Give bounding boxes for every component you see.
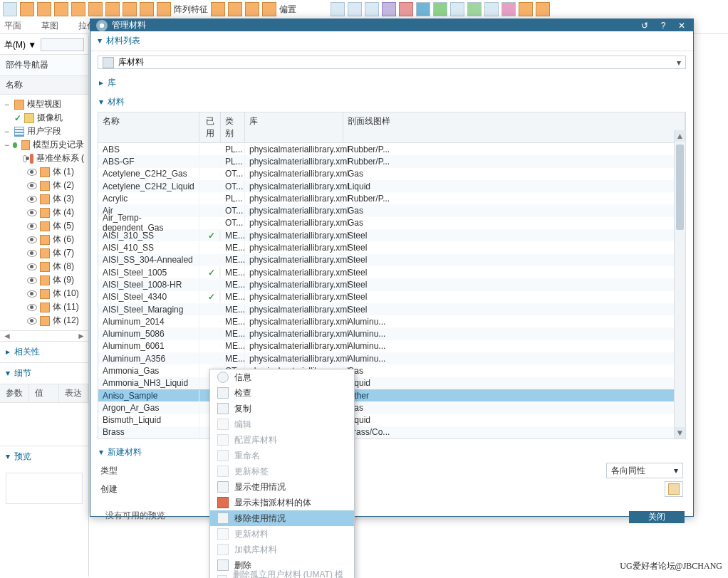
menu-label[interactable]: 单(M) ▼	[4, 39, 36, 51]
revolve-icon[interactable]	[37, 2, 51, 16]
table-row[interactable]: Ammonia_NH3_LiquidOT...physicalmateriall…	[98, 377, 685, 389]
feature3-icon[interactable]	[88, 2, 103, 16]
feature2-icon[interactable]	[71, 2, 85, 16]
analysis3-icon[interactable]	[365, 2, 379, 16]
tree-item[interactable]: 体 (8)	[1, 260, 87, 273]
analysis-icon[interactable]	[331, 2, 345, 16]
related-panel[interactable]: ▸相关性	[0, 341, 88, 362]
nav-tree[interactable]: −模型视图✓摄像机−用户字段−模型历史记录基准坐标系 (体 (1)体 (2)体 …	[0, 95, 88, 330]
reset-icon[interactable]: ↺	[639, 20, 650, 31]
tree-item[interactable]: −模型历史记录	[1, 138, 87, 152]
table-row[interactable]: Aluminum_5086ME...physicalmateriallibrar…	[98, 327, 685, 340]
col-used[interactable]: 已用	[199, 112, 221, 142]
nav-scroll[interactable]: ◄►	[0, 330, 88, 341]
pattern-icon[interactable]	[157, 2, 171, 16]
tree-item[interactable]: 体 (11)	[1, 300, 87, 314]
tree-item[interactable]: 体 (7)	[1, 246, 87, 260]
table-row[interactable]: Aluminum_A356ME...physicalmateriallibrar…	[98, 352, 685, 364]
tree-item[interactable]: ✓摄像机	[1, 111, 87, 125]
table-row[interactable]: Air_Temp-dependent_GasOT...physicalmater…	[98, 217, 685, 229]
ctx-search[interactable]: 检查	[210, 385, 354, 401]
col-style[interactable]: 剖面线图样	[343, 112, 685, 142]
sheet-icon[interactable]	[416, 2, 430, 16]
analysis4-icon[interactable]	[382, 2, 396, 16]
feature5-icon[interactable]	[123, 2, 137, 16]
table-row[interactable]: AISI_310_SS✓ME...physicalmateriallibrary…	[98, 229, 685, 241]
subsection-library[interactable]: ▸库	[90, 73, 693, 93]
misc-icon[interactable]	[450, 2, 464, 16]
library-select[interactable]: 库材料 ▾	[98, 56, 686, 69]
col-library[interactable]: 库	[245, 112, 343, 142]
tree-item[interactable]: 体 (2)	[1, 179, 87, 192]
close-button[interactable]: 关闭	[629, 511, 685, 523]
new-material-header[interactable]: ▾新建材料	[98, 443, 686, 461]
create-button[interactable]	[665, 481, 683, 497]
ctx-unassign[interactable]: 显示未指派材料的体	[210, 495, 354, 510]
check2-icon[interactable]	[467, 2, 482, 16]
ctx-info[interactable]: 信息	[210, 369, 354, 385]
ctx-remove[interactable]: 移除使用情况	[210, 510, 354, 526]
tree-item[interactable]: 基准坐标系 (	[1, 152, 87, 165]
materials-table[interactable]: 名称 已用 类别 库 剖面线图样 ABSPL...physicalmateria…	[98, 112, 686, 439]
type-select[interactable]: 各向同性▾	[606, 463, 683, 478]
tree-item[interactable]: 体 (12)	[1, 314, 87, 327]
tree-item[interactable]: −用户字段	[1, 125, 87, 138]
scroll-up-icon[interactable]: ▲	[675, 130, 685, 142]
analysis2-icon[interactable]	[348, 2, 362, 16]
op-icon[interactable]	[228, 2, 242, 16]
analysis5-icon[interactable]	[399, 2, 413, 16]
tree-item[interactable]: 体 (1)	[1, 165, 87, 179]
context-menu[interactable]: 信息检查复制编辑配置库材料重命名更新标签显示使用情况显示未指派材料的体移除使用情…	[209, 369, 355, 578]
scroll-thumb[interactable]	[676, 144, 684, 230]
table-row[interactable]: Argon_Ar_GasGas	[98, 401, 685, 414]
table-row[interactable]: BrassBrass/Co...	[98, 426, 685, 438]
tree-item[interactable]: 体 (6)	[1, 233, 87, 246]
dialog-titlebar[interactable]: 管理材料 ↺ ? ✕	[90, 19, 693, 31]
tree-item[interactable]: 体 (5)	[1, 219, 87, 233]
ctx-show[interactable]: 显示使用情况	[210, 479, 354, 495]
table-row[interactable]: Aluminum_6061ME...physicalmateriallibrar…	[98, 340, 685, 352]
detail-panel-header[interactable]: ▾细节	[0, 362, 88, 384]
tri-icon[interactable]	[484, 2, 499, 16]
feature-icon[interactable]	[54, 2, 68, 16]
table-row[interactable]: AISI_SS_304-AnnealedME...physicalmateria…	[98, 254, 685, 266]
table-row[interactable]: AISI_Steel_MaragingME...physicalmaterial…	[98, 303, 685, 315]
table-row[interactable]: AISI_Steel_4340✓ME...physicalmateriallib…	[98, 291, 685, 303]
table-row[interactable]: Aluminum_2014ME...physicalmateriallibrar…	[98, 315, 685, 327]
feature6-icon[interactable]	[140, 2, 154, 16]
col-name[interactable]: 名称	[98, 112, 199, 142]
table-row[interactable]: Bismuth_LiquidLiquid	[98, 414, 685, 426]
feature4-icon[interactable]	[105, 2, 120, 16]
table-row[interactable]: ABSPL...physicalmateriallibrary.xmlRubbe…	[98, 143, 685, 155]
table-row[interactable]: AcrylicPL...physicalmateriallibrary.xmlR…	[98, 192, 685, 204]
tree-item[interactable]: 体 (4)	[1, 206, 87, 219]
table-row[interactable]: AISI_Steel_1008-HRME...physicalmateriall…	[98, 278, 685, 290]
sketch-icon[interactable]	[3, 2, 17, 16]
table-row[interactable]: Acetylene_C2H2_LiquidOT...physicalmateri…	[98, 180, 685, 192]
table-row[interactable]: AISI_Steel_1005✓ME...physicalmateriallib…	[98, 266, 685, 278]
help-icon[interactable]: ?	[657, 20, 669, 31]
tree-item[interactable]: 体 (9)	[1, 273, 87, 287]
close-icon[interactable]: ✕	[676, 20, 687, 31]
table-scrollbar[interactable]: ▲ ▼	[674, 130, 685, 438]
extrude-icon[interactable]	[20, 2, 34, 16]
gold-icon[interactable]	[519, 2, 533, 16]
section-material-list[interactable]: ▾材料列表	[90, 31, 693, 51]
offset-icon[interactable]	[262, 2, 276, 16]
table-row[interactable]: Ammonia_GasOT...physicalmateriallibrary.…	[98, 364, 685, 377]
col-category[interactable]: 类别	[221, 112, 245, 142]
tree-item[interactable]: −模型视图	[1, 98, 87, 111]
green-icon[interactable]	[433, 2, 447, 16]
scroll-down-icon[interactable]: ▼	[675, 427, 685, 438]
pink-icon[interactable]	[501, 2, 516, 16]
preview-panel-header[interactable]: ▾预览	[0, 446, 88, 467]
table-row[interactable]: Acetylene_C2H2_GasOT...physicalmateriall…	[98, 168, 685, 180]
gold2-icon[interactable]	[536, 2, 550, 16]
tree-item[interactable]: 体 (3)	[1, 192, 87, 206]
table-row[interactable]: Aniso_SampleOther	[98, 389, 685, 401]
menu-input[interactable]	[41, 38, 84, 51]
tree-item[interactable]: 体 (10)	[1, 287, 87, 300]
table-row[interactable]: ABS-GFPL...physicalmateriallibrary.xmlRu…	[98, 155, 685, 167]
ctx-copy[interactable]: 复制	[210, 401, 354, 416]
subsection-materials[interactable]: ▾材料	[90, 93, 693, 112]
